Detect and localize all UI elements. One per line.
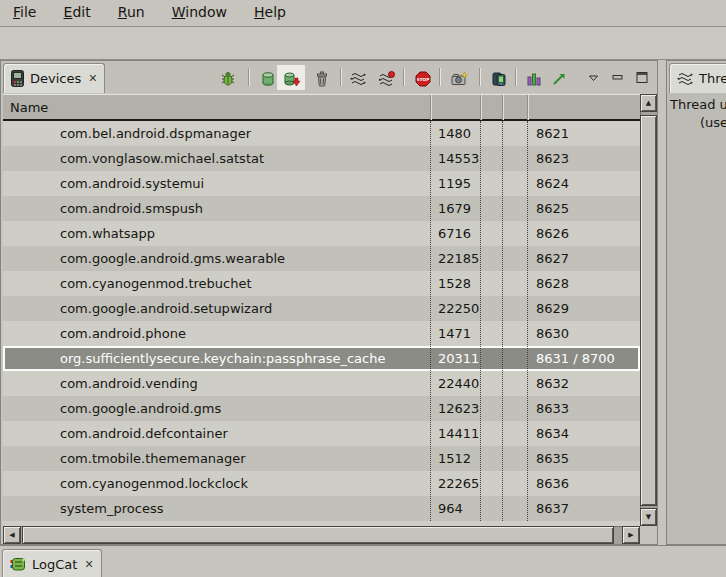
column-divider[interactable] <box>502 95 503 120</box>
scroll-right-button[interactable]: ▶ <box>622 526 640 544</box>
column-divider[interactable] <box>527 95 528 120</box>
process-pid: 22250 <box>438 296 479 321</box>
phone-icon <box>11 70 24 87</box>
column-divider[interactable] <box>430 95 431 120</box>
update-heap-button[interactable] <box>260 71 276 87</box>
stop-process-button[interactable]: STOP <box>415 71 431 87</box>
process-pid: 22185 <box>438 246 479 271</box>
table-row[interactable]: com.vonglasow.michael.satstat 14553 8623 <box>3 146 640 171</box>
cause-gc-button[interactable] <box>314 71 330 87</box>
update-threads-icon <box>379 71 395 87</box>
process-pid: 12623 <box>438 396 479 421</box>
table-row[interactable]: com.android.phone 1471 8630 <box>3 321 640 346</box>
menu-file-mnemonic: F <box>13 4 20 20</box>
scroll-left-button[interactable]: ◀ <box>3 526 21 544</box>
process-name: system_process <box>60 496 163 521</box>
scroll-up-button[interactable]: ▲ <box>640 94 657 112</box>
process-pid: 964 <box>438 496 463 521</box>
menu-edit[interactable]: Edit <box>53 0 102 23</box>
table-row[interactable]: com.google.android.gms 12623 8633 <box>3 396 640 421</box>
logcat-tab-close-icon[interactable]: ✕ <box>84 559 93 570</box>
table-row[interactable]: org.sufficientlysecure.keychain:passphra… <box>3 346 640 371</box>
process-name: com.cyanogenmod.trebuchet <box>60 271 252 296</box>
minimize-button[interactable] <box>612 74 628 90</box>
process-pid: 6716 <box>438 221 471 246</box>
menu-file[interactable]: File <box>2 0 47 23</box>
logcat-tab-label: LogCat <box>32 557 77 572</box>
threads-content: Thread updates not enabled for selected … <box>667 93 726 544</box>
table-row[interactable]: com.android.defcontainer 14411 8634 <box>3 421 640 446</box>
process-pid: 1195 <box>438 171 471 196</box>
table-row[interactable]: com.android.systemui 1195 8624 <box>3 171 640 196</box>
tab-logcat[interactable]: LogCat ✕ <box>2 549 102 577</box>
tab-threads[interactable]: Threads <box>669 63 726 93</box>
table-row[interactable]: com.google.android.gms.wearable 22185 86… <box>3 246 640 271</box>
vertical-scrollbar[interactable]: ▲ ▼ <box>640 94 657 526</box>
column-divider[interactable] <box>480 95 481 120</box>
menu-file-rest: ile <box>20 4 36 20</box>
horizontal-scroll-thumb[interactable] <box>22 526 614 544</box>
table-row[interactable]: com.android.vending 22440 8632 <box>3 371 640 396</box>
table-row[interactable]: com.android.smspush 1679 8625 <box>3 196 640 221</box>
view-menu-icon <box>588 75 599 82</box>
menu-run[interactable]: Run <box>107 0 156 23</box>
table-row[interactable]: system_process 964 8637 <box>3 496 640 521</box>
menu-edit-rest: dit <box>72 4 90 20</box>
process-name: com.vonglasow.michael.satstat <box>60 146 264 171</box>
process-port: 8633 <box>536 396 569 421</box>
debug-process-button[interactable] <box>220 71 236 87</box>
pane-sash[interactable] <box>658 60 666 545</box>
trash-icon <box>314 71 330 87</box>
screen-record-button[interactable] <box>492 71 508 87</box>
process-name: com.android.defcontainer <box>60 421 228 446</box>
toolbar-separator <box>479 68 480 86</box>
method-profiling-button[interactable] <box>551 71 567 87</box>
menu-window[interactable]: Window <box>161 0 238 23</box>
column-header-name[interactable]: Name <box>10 95 48 120</box>
tab-devices[interactable]: Devices ✕ <box>3 63 105 93</box>
toolbar-separator <box>340 68 341 86</box>
devices-tab-label: Devices <box>30 71 81 86</box>
maximize-button[interactable] <box>636 71 652 87</box>
threads-button[interactable] <box>350 71 366 87</box>
threads-message-line1: Thread updates not enabled for selected … <box>670 97 726 112</box>
threads-tab-label: Threads <box>699 71 726 86</box>
process-name: com.google.android.gms <box>60 396 221 421</box>
process-name: com.tmobile.thememanager <box>60 446 246 471</box>
toolbar-separator <box>439 68 440 86</box>
menu-help[interactable]: Help <box>243 0 297 23</box>
process-port: 8628 <box>536 271 569 296</box>
table-row[interactable]: com.whatsapp 6716 8626 <box>3 221 640 246</box>
table-row[interactable]: com.tmobile.thememanager 1512 8635 <box>3 446 640 471</box>
process-name: com.android.vending <box>60 371 198 396</box>
maximize-icon <box>636 71 649 84</box>
screen-capture-button[interactable] <box>451 71 467 87</box>
toolbar-separator <box>403 68 404 86</box>
menu-window-rest: indow <box>185 4 227 20</box>
table-row[interactable]: com.cyanogenmod.lockclock 22265 8636 <box>3 471 640 496</box>
table-row[interactable]: com.cyanogenmod.trebuchet 1528 8628 <box>3 271 640 296</box>
sysinfo-button[interactable] <box>526 71 542 87</box>
process-name: com.google.android.setupwizard <box>60 296 272 321</box>
process-port: 8623 <box>536 146 569 171</box>
scroll-down-button[interactable]: ▼ <box>640 508 657 526</box>
debug-bug-icon <box>220 71 236 87</box>
dump-hprof-button[interactable] <box>283 71 299 87</box>
horizontal-scrollbar[interactable]: ◀ ▶ <box>3 526 640 544</box>
table-row[interactable]: com.bel.android.dspmanager 1480 8621 <box>3 121 640 146</box>
process-name: com.cyanogenmod.lockclock <box>60 471 248 496</box>
devices-tab-close-icon[interactable]: ✕ <box>88 73 97 84</box>
process-name: com.bel.android.dspmanager <box>60 121 251 146</box>
table-header: Name <box>3 94 640 121</box>
vertical-scroll-thumb[interactable] <box>640 115 657 506</box>
process-port: 8625 <box>536 196 569 221</box>
update-heap-icon <box>260 71 276 87</box>
table-row[interactable]: com.google.android.setupwizard 22250 862… <box>3 296 640 321</box>
menu-run-mnemonic: R <box>118 4 127 20</box>
toolbar-separator <box>515 68 516 86</box>
threads-icon <box>350 71 366 87</box>
process-port: 8634 <box>536 421 569 446</box>
threads-tab-icon <box>677 71 693 87</box>
update-threads-button[interactable] <box>379 71 395 87</box>
view-menu-button[interactable] <box>588 75 604 91</box>
